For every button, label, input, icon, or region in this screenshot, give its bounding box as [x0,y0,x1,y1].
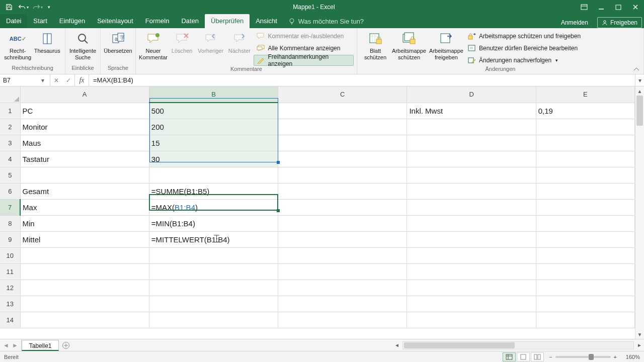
save-icon[interactable] [3,2,15,13]
cell[interactable]: Inkl. Mwst [407,103,536,119]
insert-function-icon[interactable]: fx [75,74,89,86]
cell[interactable]: 200 [149,119,278,135]
cell[interactable]: =SUMME(B1:B5) [149,183,278,199]
col-header-B[interactable]: B [149,86,278,103]
formula-input[interactable]: =MAX(B1:B4) [89,74,635,86]
tab-insert[interactable]: Einfügen [53,14,91,28]
row-header[interactable]: 13 [0,296,20,312]
cell[interactable]: Max [20,199,149,215]
show-ink-button[interactable]: Freihandanmerkungen anzeigen [254,55,354,66]
vertical-scrollbar[interactable]: ▲ ▼ [635,86,644,339]
cell[interactable] [20,280,149,296]
fill-handle[interactable] [277,209,280,212]
enter-formula-icon[interactable]: ✓ [62,77,74,84]
cell[interactable] [407,312,536,328]
cell[interactable] [407,215,536,231]
share-workbook-button[interactable]: Arbeitsmappe freigeben [428,30,465,60]
spelling-button[interactable]: ABC✓ Recht- schreibung [3,30,33,60]
ribbon-options-icon[interactable] [576,0,593,14]
cell[interactable] [278,263,407,280]
zoom-out-icon[interactable]: − [549,354,552,360]
spreadsheet-grid[interactable]: A B C D E 1 PC 500 Inkl. Mwst 0,19 2 Mon… [0,86,635,328]
tab-file[interactable]: Datei [0,14,27,28]
tab-view[interactable]: Ansicht [250,14,283,28]
minimize-icon[interactable] [593,0,610,14]
cell[interactable] [407,263,536,280]
zoom-level[interactable]: 160% [620,354,640,360]
view-pagelayout-icon[interactable] [517,352,530,361]
cell[interactable] [149,296,278,312]
scroll-up-icon[interactable]: ▲ [635,86,644,96]
new-comment-button[interactable]: Neuer Kommentar [139,30,168,60]
collapse-ribbon-icon[interactable] [632,66,641,73]
row-header[interactable]: 11 [0,263,20,280]
cell[interactable] [536,263,634,280]
cell[interactable] [278,119,407,135]
row-header[interactable]: 5 [0,167,20,183]
row-header[interactable]: 3 [0,135,20,151]
cell[interactable]: Min [20,215,149,231]
cell[interactable] [536,167,634,183]
show-all-comments-button[interactable]: Alle Kommentare anzeigen [254,43,354,54]
name-box[interactable]: B7 ▾ [0,74,50,86]
cell[interactable]: 0,19 [536,103,634,119]
cell[interactable]: Mittel [20,231,149,247]
row-header[interactable]: 6 [0,183,20,199]
cell[interactable]: =MITTELWERT(B1:B4) [149,231,278,247]
col-header-E[interactable]: E [536,86,634,103]
cell[interactable]: 500 [149,103,278,119]
cell[interactable] [407,119,536,135]
track-changes-button[interactable]: Änderungen nachverfolgen ▾ [465,55,584,66]
cell[interactable] [278,215,407,231]
cell[interactable] [536,135,634,151]
translate-button[interactable]: a字 Übersetzen [104,30,132,54]
select-all-corner[interactable] [0,86,20,103]
cell[interactable] [278,135,407,151]
cell[interactable] [278,312,407,328]
cell[interactable] [407,167,536,183]
scroll-down-icon[interactable]: ▼ [635,330,644,339]
share-button[interactable]: Freigeben [597,17,642,28]
cell[interactable]: Gesamt [20,183,149,199]
row-header[interactable]: 1 [0,103,20,119]
cell[interactable] [278,103,407,119]
cell[interactable]: Maus [20,135,149,151]
protect-sheet-button[interactable]: Blatt schützen [360,30,390,60]
tab-pagelayout[interactable]: Seitenlayout [91,14,139,28]
scroll-thumb[interactable] [636,96,643,126]
cell[interactable] [536,199,634,215]
cell[interactable]: Monitor [20,119,149,135]
hscroll-thumb[interactable] [404,342,515,348]
cell[interactable] [278,151,407,167]
cell[interactable] [536,280,634,296]
zoom-slider[interactable] [555,356,611,358]
cell[interactable] [536,231,634,247]
undo-icon[interactable]: ▾ [17,2,29,13]
thesaurus-button[interactable]: Thesaurus [33,30,62,54]
cell[interactable] [536,183,634,199]
protect-and-share-button[interactable]: Arbeitsmappe schützen und freigeben [465,31,584,42]
cell[interactable] [20,167,149,183]
cell[interactable] [536,215,634,231]
cell[interactable]: Tastatur [20,151,149,167]
tab-nav-prev-icon[interactable]: ◄ [3,342,9,349]
cell[interactable] [149,247,278,263]
cancel-formula-icon[interactable]: ✕ [50,77,62,84]
maximize-icon[interactable] [610,0,627,14]
cell[interactable] [278,296,407,312]
cell[interactable]: 15 [149,135,278,151]
cell[interactable] [278,247,407,263]
cell[interactable] [407,199,536,215]
expand-formulabar-icon[interactable]: ▾ [635,74,644,86]
hscroll-right-icon[interactable]: ► [635,342,644,348]
tab-formulas[interactable]: Formeln [139,14,176,28]
cell[interactable] [278,231,407,247]
tab-review[interactable]: Überprüfen [205,14,250,28]
cell[interactable] [149,312,278,328]
zoom-knob[interactable] [589,354,594,360]
tab-start[interactable]: Start [27,14,53,28]
cell[interactable] [536,312,634,328]
cell[interactable] [407,296,536,312]
cell[interactable] [278,183,407,199]
close-icon[interactable] [627,0,644,14]
